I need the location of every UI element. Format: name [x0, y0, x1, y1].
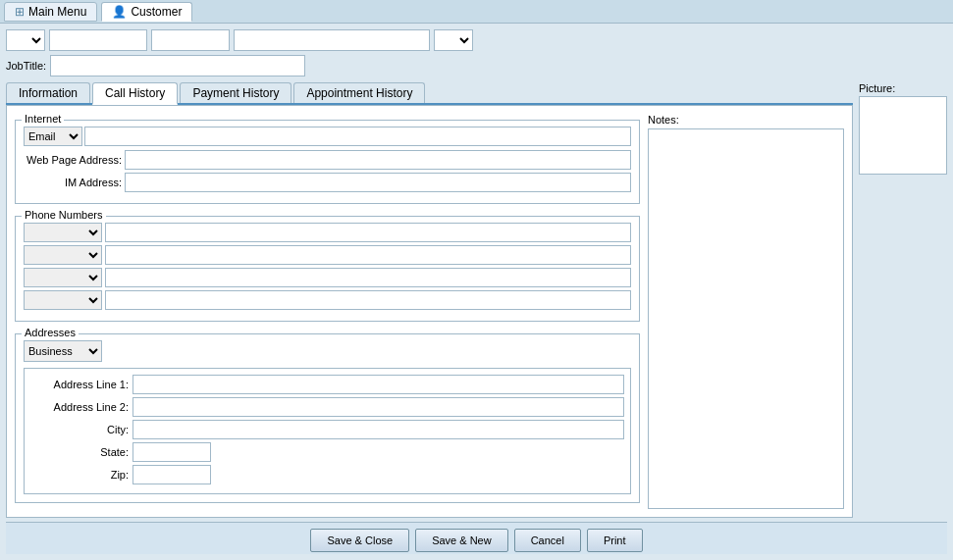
suffix-select[interactable]: [434, 29, 473, 51]
left-panel: Information Call History Payment History…: [6, 82, 853, 518]
title-bar: ⊞ Main Menu 👤 Customer: [0, 0, 953, 24]
phone-type-2[interactable]: [24, 245, 102, 265]
city-input[interactable]: [132, 420, 624, 439]
webpage-row: Web Page Address:: [24, 150, 631, 170]
phone-row-4: [24, 290, 631, 310]
phone-input-4[interactable]: [105, 290, 631, 310]
print-button[interactable]: Print: [587, 529, 643, 552]
phone-input-3[interactable]: [105, 268, 631, 287]
address-line1-row: Address Line 1:: [30, 375, 624, 394]
phone-type-4[interactable]: [24, 290, 102, 310]
tab-payment-history[interactable]: Payment History: [180, 82, 291, 103]
jobtitle-input[interactable]: [50, 55, 305, 76]
phone-row-3: [24, 268, 631, 287]
notes-label: Notes:: [648, 114, 844, 126]
address-line2-label: Address Line 2:: [30, 401, 129, 413]
jobtitle-row: JobTitle:: [6, 55, 947, 76]
email-row: Email Work Home: [24, 127, 631, 146]
address-type-select[interactable]: Business Home Other: [24, 340, 102, 362]
tab-call-history[interactable]: Call History: [92, 82, 178, 105]
tab-customer[interactable]: 👤 Customer: [101, 2, 192, 22]
main-container: JobTitle: Information Call History Payme…: [0, 24, 953, 560]
email-type-select[interactable]: Email Work Home: [24, 127, 82, 146]
main-menu-icon: ⊞: [15, 5, 25, 19]
internet-section: Internet Email Work Home We: [15, 120, 640, 204]
address-line2-row: Address Line 2:: [30, 397, 624, 417]
webpage-label: Web Page Address:: [24, 154, 122, 166]
webpage-input[interactable]: [125, 150, 631, 170]
internet-legend: Internet: [22, 113, 64, 125]
last-name-input[interactable]: [234, 29, 430, 51]
im-row: IM Address:: [24, 173, 631, 192]
picture-panel: Picture:: [859, 82, 947, 518]
phone-input-2[interactable]: [105, 245, 631, 265]
zip-row: Zip:: [30, 465, 624, 484]
bottom-buttons: Save & Close Save & New Cancel Print: [6, 522, 947, 554]
notes-panel: Notes:: [648, 114, 844, 509]
phone-input-1[interactable]: [105, 223, 631, 242]
top-form-row: [6, 29, 947, 51]
main-menu-label: Main Menu: [28, 5, 86, 19]
customer-icon: 👤: [112, 5, 127, 19]
jobtitle-label: JobTitle:: [6, 60, 46, 72]
phone-type-3[interactable]: [24, 268, 102, 287]
phone-section: Phone Numbers: [15, 216, 640, 322]
address-line1-input[interactable]: [132, 375, 624, 394]
im-input[interactable]: [125, 173, 631, 192]
customer-label: Customer: [131, 5, 182, 19]
state-input[interactable]: [132, 442, 211, 462]
first-name-input[interactable]: [49, 29, 147, 51]
address-section: Addresses Business Home Other Address Li…: [15, 333, 640, 503]
picture-label: Picture:: [859, 82, 895, 94]
prefix-select[interactable]: [6, 29, 45, 51]
city-row: City:: [30, 420, 624, 439]
tab-main-menu[interactable]: ⊞ Main Menu: [4, 2, 97, 22]
address-line2-input[interactable]: [132, 397, 624, 417]
address-inner: Address Line 1: Address Line 2: City:: [24, 368, 631, 494]
save-close-button[interactable]: Save & Close: [310, 529, 409, 552]
notes-textarea[interactable]: [648, 128, 844, 509]
phone-legend: Phone Numbers: [22, 209, 106, 221]
tabs-container: Information Call History Payment History…: [6, 82, 853, 105]
phone-row-2: [24, 245, 631, 265]
zip-input[interactable]: [132, 465, 211, 484]
state-row: State:: [30, 442, 624, 462]
picture-box: [859, 96, 947, 175]
email-input[interactable]: [84, 127, 631, 146]
phone-row-1: [24, 223, 631, 242]
im-label: IM Address:: [24, 177, 122, 188]
address-legend: Addresses: [22, 327, 79, 338]
address-type-row: Business Home Other: [24, 340, 631, 362]
zip-label: Zip:: [30, 469, 129, 481]
phone-type-1[interactable]: [24, 223, 102, 242]
cancel-button[interactable]: Cancel: [514, 529, 581, 552]
address-line1-label: Address Line 1:: [30, 379, 129, 390]
middle-name-input[interactable]: [151, 29, 230, 51]
form-panel: Internet Email Work Home We: [6, 105, 853, 518]
city-label: City:: [30, 424, 129, 435]
tab-appointment-history[interactable]: Appointment History: [293, 82, 425, 103]
save-new-button[interactable]: Save & New: [415, 529, 508, 552]
tab-information[interactable]: Information: [6, 82, 90, 103]
state-label: State:: [30, 446, 129, 458]
left-col: Internet Email Work Home We: [15, 114, 640, 509]
content-area: Information Call History Payment History…: [6, 82, 947, 518]
